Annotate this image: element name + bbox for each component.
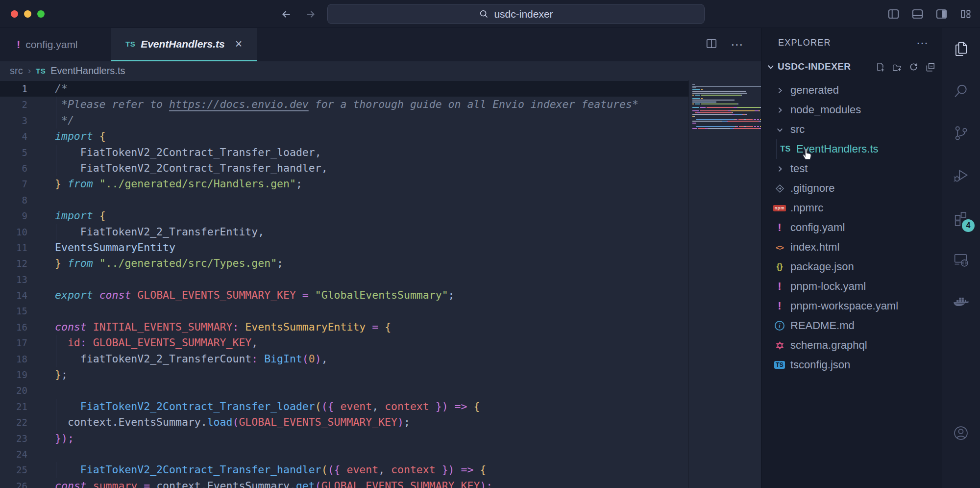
panel-bottom-icon [911,7,924,21]
code-line-18[interactable]: 18 fiatTokenV2_2_TransferCount: BigInt(0… [0,351,688,367]
tree-item-readme-md[interactable]: iREADME.md [761,316,942,335]
chevron-right-icon [773,86,786,95]
code-line-8[interactable]: 8 [0,192,688,208]
traffic-light-zoom-button[interactable] [37,10,45,18]
code-line-10[interactable]: 10 FiatTokenV2_2_TransferEntity, [0,224,688,240]
code-line-3[interactable]: 3 */ [0,113,688,128]
line-number: 19 [0,367,38,383]
code-text [38,272,55,287]
tree-item-config-yaml[interactable]: !config.yaml [761,218,942,237]
tree-item-label: .gitignore [790,182,835,195]
code-line-22[interactable]: 22 context.EventsSummary.load(GLOBAL_EVE… [0,414,688,430]
code-line-5[interactable]: 5 FiatTokenV2_2Contract_Transfer_loader, [0,145,688,160]
code-text: fiatTokenV2_2_TransferCount: BigInt(0), [38,351,328,367]
new-folder-button[interactable] [892,62,902,72]
tree-item-eventhandlers-ts[interactable]: TSEventHandlers.ts [761,139,942,159]
tab-eventhandlers-ts[interactable]: TS EventHandlers.ts × [111,28,257,61]
line-number: 16 [0,319,38,335]
code-line-6[interactable]: 6 FiatTokenV2_2Contract_Transfer_handler… [0,160,688,176]
tree-item--npmrc[interactable]: npm.npmrc [761,198,942,218]
code-editor[interactable]: 1/*2 *Please refer to https://docs.envio… [0,80,761,488]
extensions-badge: 4 [962,219,975,232]
tree-item-generated[interactable]: generated [761,80,942,100]
chevron-right-icon: › [28,65,31,76]
yaml-file-icon: ! [773,222,786,233]
code-line-1[interactable]: 1/* [0,81,688,97]
toggle-secondary-sidebar-button[interactable] [935,7,948,21]
line-number: 13 [0,272,38,287]
refresh-explorer-button[interactable] [909,62,918,72]
activity-bar-explorer-button[interactable] [949,40,973,82]
editor-group: ! config.yaml TS EventHandlers.ts × ⋯ sr… [0,28,761,488]
explorer-more-actions-button[interactable]: ⋯ [916,40,929,46]
code-line-15[interactable]: 15 [0,303,688,319]
tab-config-yaml[interactable]: ! config.yaml [0,28,111,61]
collapse-folders-button[interactable] [926,62,935,72]
activity-bar-remote-explorer-button[interactable] [949,251,973,293]
line-number: 20 [0,383,38,398]
tree-item-node-modules[interactable]: node_modules [761,100,942,120]
code-line-16[interactable]: 16const INITIAL_EVENTS_SUMMARY: EventsSu… [0,319,688,335]
code-line-25[interactable]: 25 FiatTokenV2_2Contract_Transfer_handle… [0,462,688,478]
new-folder-icon [892,62,902,72]
code-line-12[interactable]: 12} from "../generated/src/Types.gen"; [0,256,688,271]
traffic-light-close-button[interactable] [11,10,18,18]
code-line-19[interactable]: 19}; [0,367,688,383]
traffic-light-minimize-button[interactable] [24,10,31,18]
history-back-button[interactable] [279,8,293,23]
customize-layout-button[interactable] [959,7,972,21]
tree-item-schema-graphql[interactable]: schema.graphql [761,335,942,355]
code-line-4[interactable]: 4import { [0,128,688,144]
code-line-7[interactable]: 7} from "../generated/src/Handlers.gen"; [0,176,688,192]
ts-badge-icon: TS [36,67,46,75]
tree-item-pnpm-workspace-yaml[interactable]: !pnpm-workspace.yaml [761,296,942,316]
split-editor-button[interactable] [705,37,718,52]
tree-item-index-html[interactable]: <>index.html [761,237,942,257]
workspace-section-header[interactable]: USDC-INDEXER [761,57,942,77]
history-forward-button[interactable] [304,8,318,23]
code-line-21[interactable]: 21 FiatTokenV2_2Contract_Transfer_loader… [0,399,688,414]
line-number: 2 [0,97,38,112]
code-line-14[interactable]: 14export const GLOBAL_EVENTS_SUMMARY_KEY… [0,287,688,303]
code-line-2[interactable]: 2 *Please refer to https://docs.envio.de… [0,97,688,112]
activity-bar-accounts-button[interactable] [949,424,973,466]
tree-item-src[interactable]: src [761,120,942,139]
code-line-26[interactable]: 26const summary = context.EventsSummary.… [0,478,688,488]
breadcrumb-file[interactable]: EventHandlers.ts [50,65,125,77]
tree-item--gitignore[interactable]: .gitignore [761,179,942,198]
activity-bar-run-and-debug-button[interactable] [949,166,973,208]
tree-item-tsconfig-json[interactable]: TStsconfig.json [761,355,942,375]
tree-item-pnpm-lock-yaml[interactable]: !pnpm-lock.yaml [761,277,942,296]
code-line-24[interactable]: 24 [0,446,688,462]
editor-more-actions-button[interactable]: ⋯ [731,37,744,52]
file-tree: generatednode_modulessrcTSEventHandlers.… [761,80,942,375]
minimap[interactable] [688,80,761,488]
close-tab-icon[interactable]: × [235,37,243,51]
code-line-17[interactable]: 17 id: GLOBAL_EVENTS_SUMMARY_KEY, [0,335,688,351]
layout-customize-icon [959,7,972,21]
line-number: 1 [0,81,38,97]
new-file-button[interactable] [876,62,885,72]
toggle-primary-sidebar-button[interactable] [887,7,900,21]
toggle-panel-button[interactable] [911,7,924,21]
ts-badge-icon: TS [125,40,135,48]
code-line-23[interactable]: 23}); [0,431,688,446]
activity-bar-source-control-button[interactable] [949,124,973,166]
refresh-icon [909,62,918,72]
breadcrumb-folder[interactable]: src [10,65,23,77]
tree-item-label: pnpm-workspace.yaml [790,300,898,312]
activity-bar-extensions-button[interactable]: 4 [949,208,973,251]
activity-bar-docker-button[interactable] [949,293,973,335]
command-center-search[interactable]: usdc-indexer [327,4,705,24]
tree-item-package-json[interactable]: {}package.json [761,257,942,277]
code-line-11[interactable]: 11EventsSummaryEntity [0,240,688,256]
activity-bar-search-button[interactable] [949,82,973,124]
panel-right-icon [935,7,948,21]
code-line-13[interactable]: 13 [0,272,688,287]
code-text: /* [38,81,68,97]
tree-item-label: src [790,123,805,136]
code-line-9[interactable]: 9import { [0,208,688,224]
activity-bar: 4 [942,28,980,488]
code-line-20[interactable]: 20 [0,383,688,398]
tree-item-test[interactable]: test [761,159,942,179]
